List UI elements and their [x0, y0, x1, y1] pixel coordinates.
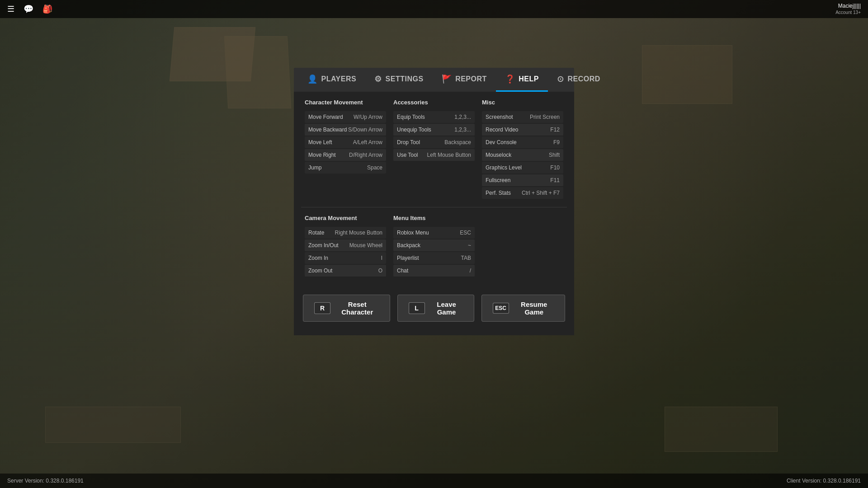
- account-level-label: Account 13+: [835, 9, 861, 15]
- resume-key-badge: ESC: [493, 303, 509, 314]
- jump-key: Space: [367, 164, 382, 171]
- mouselock-key: Shift: [549, 152, 560, 158]
- move-right-label: Move Right: [308, 152, 336, 158]
- misc-section: Misc Screenshot Print Screen Record Vide…: [478, 99, 567, 200]
- empty-section: [478, 215, 567, 277]
- chat-label: Chat: [397, 267, 408, 274]
- move-forward-label: Move Forward: [308, 114, 343, 120]
- chat-key: /: [470, 267, 471, 274]
- rotate-key: Right Mouse Button: [335, 230, 382, 236]
- move-left-label: Move Left: [308, 139, 332, 145]
- resume-game-button[interactable]: ESC Resume Game: [481, 295, 565, 322]
- action-buttons: R Reset Character L Leave Game ESC Resum…: [294, 281, 574, 335]
- equip-tools-label: Equip Tools: [397, 114, 425, 120]
- keybind-move-right: Move Right D/Right Arrow: [305, 149, 386, 161]
- chat-icon[interactable]: 💬: [24, 4, 33, 14]
- keybind-chat: Chat /: [393, 265, 475, 277]
- drop-tool-label: Drop Tool: [397, 139, 420, 145]
- move-left-key: A/Left Arrow: [353, 139, 382, 145]
- zoom-in-label: Zoom In: [308, 255, 328, 261]
- perf-stats-key: Ctrl + Shift + F7: [522, 190, 560, 196]
- jump-label: Jump: [308, 164, 321, 171]
- backpack-key: ~: [468, 242, 471, 249]
- help-icon: ❓: [505, 74, 515, 84]
- keybind-jump: Jump Space: [305, 162, 386, 174]
- accessories-section: Accessories Equip Tools 1,2,3... Unequip…: [390, 99, 478, 200]
- keybind-zoom-inout: Zoom In/Out Mouse Wheel: [305, 239, 386, 251]
- playerlist-key: TAB: [461, 255, 471, 261]
- roblox-menu-label: Roblox Menu: [397, 230, 429, 236]
- settings-icon: ⚙: [374, 74, 382, 84]
- keybind-fullscreen: Fullscreen F11: [482, 174, 563, 186]
- keybind-dev-console: Dev Console F9: [482, 136, 563, 148]
- tab-settings-label: Settings: [386, 75, 424, 83]
- keybind-move-backward: Move Backward S/Down Arrow: [305, 124, 386, 136]
- client-version-label: Client Version: 0.328.0.186191: [787, 478, 861, 484]
- drop-tool-key: Backspace: [444, 139, 471, 145]
- tab-help[interactable]: ❓ Help: [496, 68, 548, 92]
- move-forward-key: W/Up Arrow: [354, 114, 382, 120]
- leave-key-badge: L: [409, 302, 425, 314]
- tab-help-label: Help: [519, 75, 539, 83]
- dev-console-key: F9: [553, 139, 560, 145]
- tab-settings[interactable]: ⚙ Settings: [365, 68, 433, 92]
- report-icon: 🚩: [442, 74, 452, 84]
- misc-title: Misc: [482, 99, 563, 108]
- account-info: Maciej||||| Account 13+: [835, 3, 861, 16]
- tab-report[interactable]: 🚩 Report: [433, 68, 496, 92]
- zoom-out-key: O: [378, 267, 382, 274]
- tab-record[interactable]: ⊙ Record: [548, 68, 609, 92]
- use-tool-key: Left Mouse Button: [427, 152, 471, 158]
- fullscreen-label: Fullscreen: [486, 177, 510, 183]
- rotate-label: Rotate: [308, 230, 324, 236]
- zoom-inout-key: Mouse Wheel: [349, 242, 382, 249]
- leave-game-button[interactable]: L Leave Game: [397, 295, 474, 322]
- keybind-playerlist: Playerlist TAB: [393, 252, 475, 264]
- zoom-out-label: Zoom Out: [308, 267, 332, 274]
- record-video-label: Record Video: [486, 127, 519, 133]
- keybind-record-video: Record Video F12: [482, 124, 563, 136]
- keybind-mouselock: Mouselock Shift: [482, 149, 563, 161]
- keybind-move-left: Move Left A/Left Arrow: [305, 136, 386, 148]
- hamburger-menu-icon[interactable]: ☰: [7, 4, 14, 14]
- leave-game-label: Leave Game: [430, 300, 463, 316]
- reset-key-badge: R: [314, 302, 330, 314]
- keybind-zoom-in: Zoom In I: [305, 252, 386, 264]
- keybinds-top-grid: Character Movement Move Forward W/Up Arr…: [294, 92, 574, 203]
- use-tool-label: Use Tool: [397, 152, 418, 158]
- reset-character-button[interactable]: R Reset Character: [303, 295, 390, 322]
- mouselock-label: Mouselock: [486, 152, 511, 158]
- keybind-screenshot: Screenshot Print Screen: [482, 111, 563, 123]
- top-bar-left: ☰ 💬 🎒: [7, 4, 52, 14]
- backpack-menu-label: Backpack: [397, 242, 420, 249]
- equip-tools-key: 1,2,3...: [454, 114, 471, 120]
- keybind-rotate: Rotate Right Mouse Button: [305, 227, 386, 239]
- content-area: Character Movement Move Forward W/Up Arr…: [294, 92, 574, 335]
- graphics-level-label: Graphics Level: [486, 164, 522, 171]
- keybind-roblox-menu: Roblox Menu ESC: [393, 227, 475, 239]
- backpack-icon[interactable]: 🎒: [42, 4, 52, 14]
- zoom-inout-label: Zoom In/Out: [308, 242, 339, 249]
- roblox-menu-key: ESC: [460, 230, 471, 236]
- unequip-tools-key: 1,2,3...: [454, 127, 471, 133]
- tab-report-label: Report: [455, 75, 487, 83]
- accessories-title: Accessories: [393, 99, 475, 108]
- camera-movement-section: Camera Movement Rotate Right Mouse Butto…: [301, 215, 390, 277]
- keybinds-bottom-grid: Camera Movement Rotate Right Mouse Butto…: [294, 211, 574, 281]
- players-icon: 👤: [307, 74, 318, 84]
- tab-record-label: Record: [567, 75, 600, 83]
- keybind-graphics-level: Graphics Level F10: [482, 162, 563, 174]
- username-label: Maciej|||||: [835, 3, 861, 10]
- screenshot-key: Print Screen: [530, 114, 560, 120]
- top-bar-right: Maciej||||| Account 13+: [835, 3, 861, 16]
- tab-players[interactable]: 👤 Players: [298, 68, 365, 92]
- menu-items-title: Menu Items: [393, 215, 475, 223]
- record-icon: ⊙: [557, 74, 564, 84]
- top-bar: ☰ 💬 🎒 Maciej||||| Account 13+: [0, 0, 868, 18]
- menu-panel: 👤 Players ⚙ Settings 🚩 Report ❓ Help ⊙ R…: [294, 68, 574, 335]
- bottom-bar: Server Version: 0.328.0.186191 Client Ve…: [0, 474, 868, 488]
- camera-movement-title: Camera Movement: [305, 215, 386, 223]
- character-movement-title: Character Movement: [305, 99, 386, 108]
- move-right-key: D/Right Arrow: [349, 152, 382, 158]
- keybind-equip-tools: Equip Tools 1,2,3...: [393, 111, 475, 123]
